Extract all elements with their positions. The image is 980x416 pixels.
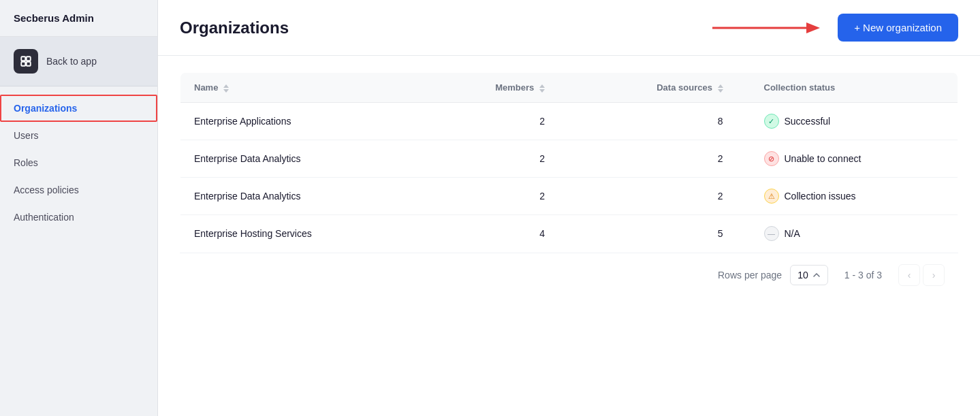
cell-datasources: 8 (572, 103, 750, 140)
status-dot-icon: ⚠ (764, 189, 779, 204)
pagination: Rows per page 10 1 - 3 of 3 ‹ › (180, 253, 958, 297)
svg-rect-3 (27, 62, 31, 66)
sidebar-item-access-policies[interactable]: Access policies (0, 176, 157, 204)
cell-datasources: 5 (572, 215, 750, 253)
sidebar-item-users[interactable]: Users (0, 122, 157, 149)
table-row[interactable]: Enterprise Applications 2 8 ✓ Successful (180, 103, 958, 140)
status-dot-icon: ⊘ (764, 151, 779, 166)
cell-name: Enterprise Data Analytics (180, 140, 422, 178)
page-navigation: ‹ › (898, 264, 945, 286)
svg-rect-0 (21, 57, 25, 61)
cell-members: 2 (422, 178, 572, 215)
cell-status: ✓ Successful (750, 103, 958, 140)
cell-datasources: 2 (572, 178, 750, 215)
table-container: Name Members Data sources (158, 56, 980, 416)
rows-per-page-label: Rows per page (718, 270, 782, 281)
cell-members: 2 (422, 103, 572, 140)
cell-members: 2 (422, 140, 572, 178)
page-title: Organizations (180, 18, 289, 37)
arrow-indicator (712, 18, 821, 37)
status-label: N/A (785, 228, 800, 239)
status-dot-icon: — (764, 226, 779, 241)
organizations-table: Name Members Data sources (180, 72, 958, 253)
header-actions: + New organization (712, 14, 958, 42)
status-badge: ⚠ Collection issues (764, 189, 856, 204)
status-label: Successful (785, 116, 831, 127)
rows-per-page-control: Rows per page 10 (718, 265, 828, 285)
sidebar: Secberus Admin Back to app Organizations… (0, 0, 158, 416)
svg-rect-1 (27, 57, 31, 61)
svg-rect-2 (21, 62, 25, 66)
app-title: Secberus Admin (0, 0, 157, 37)
cell-status: ⊘ Unable to connect (750, 140, 958, 178)
table-header-row: Name Members Data sources (180, 73, 958, 103)
status-dot-icon: ✓ (764, 114, 779, 129)
rows-per-page-select[interactable]: 10 (790, 265, 828, 285)
cell-name: Enterprise Hosting Services (180, 215, 422, 253)
sort-icon-members (539, 84, 545, 93)
cell-members: 4 (422, 215, 572, 253)
status-badge: ⊘ Unable to connect (764, 151, 862, 166)
main-content: Organizations + New organization Name (158, 0, 980, 416)
svg-marker-5 (806, 22, 820, 33)
back-to-app-label: Back to app (46, 56, 97, 67)
chevron-up-icon (812, 271, 821, 279)
col-collection-status: Collection status (750, 73, 958, 103)
col-name[interactable]: Name (180, 73, 422, 103)
sidebar-item-roles[interactable]: Roles (0, 149, 157, 176)
back-to-app-button[interactable]: Back to app (0, 37, 157, 86)
back-to-app-icon (14, 49, 38, 74)
status-badge: — N/A (764, 226, 800, 241)
sidebar-item-organizations[interactable]: Organizations (0, 95, 157, 122)
status-badge: ✓ Successful (764, 114, 831, 129)
prev-page-button[interactable]: ‹ (898, 264, 920, 286)
status-label: Collection issues (785, 191, 856, 202)
table-row[interactable]: Enterprise Data Analytics 2 2 ⊘ Unable t… (180, 140, 958, 178)
next-page-button[interactable]: › (923, 264, 945, 286)
page-info: 1 - 3 of 3 (844, 270, 882, 281)
col-data-sources[interactable]: Data sources (572, 73, 750, 103)
sort-icon-name (223, 84, 229, 93)
cell-name: Enterprise Applications (180, 103, 422, 140)
col-members[interactable]: Members (422, 73, 572, 103)
rows-per-page-value: 10 (797, 270, 808, 281)
cell-status: ⚠ Collection issues (750, 178, 958, 215)
cell-datasources: 2 (572, 140, 750, 178)
main-header: Organizations + New organization (158, 0, 980, 56)
table-row[interactable]: Enterprise Data Analytics 2 2 ⚠ Collecti… (180, 178, 958, 215)
sidebar-item-authentication[interactable]: Authentication (0, 204, 157, 231)
cell-name: Enterprise Data Analytics (180, 178, 422, 215)
cell-status: — N/A (750, 215, 958, 253)
sort-icon-datasources (718, 84, 723, 93)
new-organization-button[interactable]: + New organization (838, 14, 958, 42)
sidebar-nav: Organizations Users Roles Access policie… (0, 89, 157, 236)
status-label: Unable to connect (785, 153, 862, 164)
table-row[interactable]: Enterprise Hosting Services 4 5 — N/A (180, 215, 958, 253)
